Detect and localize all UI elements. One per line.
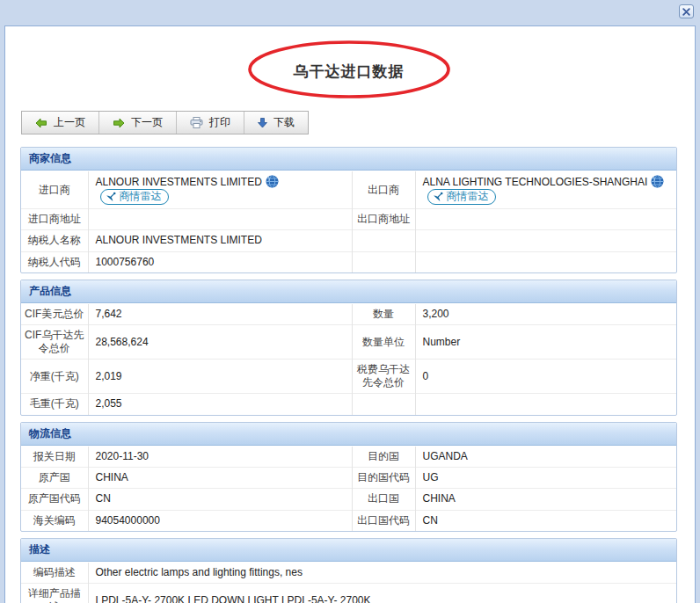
field-value-text: UGANDA — [423, 450, 468, 462]
table-row: 进口商ALNOUR INVESTMENTS LIMITED 商情雷达出口商ALN… — [21, 171, 676, 209]
section-table: 报关日期2020-11-30目的国UGANDA原产国CHINA目的国代码UG原产… — [21, 447, 676, 531]
section-table: 进口商ALNOUR INVESTMENTS LIMITED 商情雷达出口商ALN… — [21, 171, 676, 272]
field-label: CIF乌干达先令总价 — [21, 325, 88, 360]
print-label: 打印 — [209, 115, 230, 130]
section-logistics: 物流信息报关日期2020-11-30目的国UGANDA原产国CHINA目的国代码… — [20, 422, 677, 532]
field-value-text: 2,055 — [96, 398, 122, 410]
globe-icon[interactable] — [651, 175, 664, 188]
field-value-text: 94054000000 — [96, 514, 160, 527]
field-value-text: 0 — [423, 370, 429, 382]
table-row: 编码描述Other electric lamps and lighting fi… — [21, 563, 676, 584]
field-value-text: 2,019 — [96, 370, 122, 382]
field-label: 出口国代码 — [352, 510, 415, 531]
field-value-text: 28,568,624 — [96, 336, 149, 348]
table-row: CIF美元总价7,642数量3,200 — [21, 304, 676, 325]
table-row: 报关日期2020-11-30目的国UGANDA — [21, 447, 676, 468]
radar-badge[interactable]: 商情雷达 — [100, 189, 169, 205]
table-row: 纳税人名称ALNOUR INVESTMENTS LIMITED — [21, 230, 676, 251]
field-value: 0 — [415, 360, 676, 394]
download-label: 下载 — [273, 115, 295, 130]
dialog-panel: 乌干达进口数据 上一页 下一页 打印 — [4, 25, 696, 603]
field-label: 净重(千克) — [21, 360, 88, 394]
table-row: 净重(千克)2,019税费乌干达先令总价0 — [21, 360, 676, 394]
section-description: 描述编码描述Other electric lamps and lighting … — [20, 538, 677, 603]
section-title: 物流信息 — [21, 423, 676, 446]
field-label: 数量 — [352, 304, 415, 325]
table-row: 原产国CHINA目的国代码UG — [21, 467, 676, 488]
field-value: Number — [415, 325, 676, 360]
field-value: CN — [415, 510, 676, 531]
field-label: 原产国 — [21, 467, 88, 488]
table-row: 海关编码94054000000出口国代码CN — [21, 510, 676, 531]
next-page-button[interactable]: 下一页 — [99, 112, 177, 134]
section-merchant: 商家信息进口商ALNOUR INVESTMENTS LIMITED 商情雷达出口… — [20, 147, 677, 273]
field-label — [352, 251, 415, 272]
field-label: 出口商地址 — [352, 209, 415, 230]
download-button[interactable]: 下载 — [244, 112, 308, 134]
field-value: UG — [415, 467, 676, 488]
field-label: 纳税人代码 — [21, 251, 88, 272]
section-product: 产品信息CIF美元总价7,642数量3,200CIF乌干达先令总价28,568,… — [20, 280, 677, 416]
toolbar: 上一页 下一页 打印 下载 — [21, 111, 309, 134]
field-value: 94054000000 — [88, 510, 352, 531]
field-label: CIF美元总价 — [21, 304, 88, 325]
field-value-text: Other electric lamps and lighting fittin… — [96, 566, 303, 578]
section-table: 编码描述Other electric lamps and lighting fi… — [21, 563, 676, 603]
field-label: 出口商 — [352, 171, 415, 209]
field-value-text: CN — [423, 514, 438, 527]
field-value: 2,019 — [88, 360, 352, 394]
field-label: 目的国 — [352, 447, 415, 468]
table-row: CIF乌干达先令总价28,568,624数量单位Number — [21, 325, 676, 360]
field-value: 1000756760 — [88, 251, 352, 272]
close-button[interactable] — [679, 4, 694, 18]
field-value — [88, 209, 352, 230]
field-value — [415, 230, 676, 251]
field-value: 28,568,624 — [88, 325, 352, 360]
field-label: 目的国代码 — [352, 467, 415, 488]
field-label: 进口商 — [21, 171, 88, 209]
field-value: 7,642 — [88, 304, 352, 325]
field-value: 2,055 — [88, 394, 352, 415]
radar-badge[interactable]: 商情雷达 — [427, 189, 496, 205]
field-value: UGANDA — [415, 447, 676, 468]
field-value — [415, 394, 676, 415]
field-value: 2020-11-30 — [88, 447, 352, 468]
field-value-text: CN — [96, 493, 111, 505]
field-label: 出口国 — [352, 489, 415, 510]
download-arrow-icon — [258, 118, 267, 128]
title-zone: 乌干达进口数据 — [20, 39, 677, 104]
field-label: 详细产品描述 — [21, 584, 88, 603]
prev-page-button[interactable]: 上一页 — [22, 112, 99, 134]
section-title: 产品信息 — [21, 280, 676, 303]
field-value-text: CHINA — [96, 471, 128, 483]
field-value: ALNA LIGHTING TECHNOLOGIES-SHANGHAI 商情雷达 — [415, 171, 676, 209]
sections: 商家信息进口商ALNOUR INVESTMENTS LIMITED 商情雷达出口… — [20, 147, 677, 603]
radar-badge-label: 商情雷达 — [447, 190, 489, 203]
field-value-text: 2020-11-30 — [96, 450, 149, 462]
field-value-text: Number — [423, 336, 461, 348]
field-value — [415, 251, 676, 272]
section-title: 商家信息 — [21, 148, 676, 171]
field-label — [352, 394, 415, 415]
radar-icon — [433, 192, 444, 202]
field-value: ALNOUR INVESTMENTS LIMITED — [88, 230, 352, 251]
field-label: 数量单位 — [352, 325, 415, 360]
section-title: 描述 — [21, 539, 676, 562]
field-value: ALNOUR INVESTMENTS LIMITED 商情雷达 — [88, 171, 352, 209]
field-value-text: 3,200 — [423, 308, 449, 320]
field-value-text: ALNA LIGHTING TECHNOLOGIES-SHANGHAI — [423, 176, 648, 188]
field-value-text: 1000756760 — [96, 256, 155, 268]
print-button[interactable]: 打印 — [177, 112, 244, 134]
field-label: 税费乌干达先令总价 — [352, 360, 415, 394]
field-label: 原产国代码 — [21, 489, 88, 510]
field-value: CHINA — [415, 489, 676, 510]
globe-icon[interactable] — [266, 175, 279, 188]
radar-badge-label: 商情雷达 — [120, 190, 162, 203]
table-row: 详细产品描述LPDL-5A-Y- 2700K LED DOWN LIGHT LP… — [21, 584, 676, 603]
field-value-text: 7,642 — [96, 308, 122, 320]
field-value-text: CHINA — [423, 493, 456, 505]
section-table: CIF美元总价7,642数量3,200CIF乌干达先令总价28,568,624数… — [21, 304, 676, 415]
field-label: 报关日期 — [21, 447, 88, 468]
page-title: 乌干达进口数据 — [20, 62, 677, 82]
field-value-text: ALNOUR INVESTMENTS LIMITED — [96, 176, 262, 188]
